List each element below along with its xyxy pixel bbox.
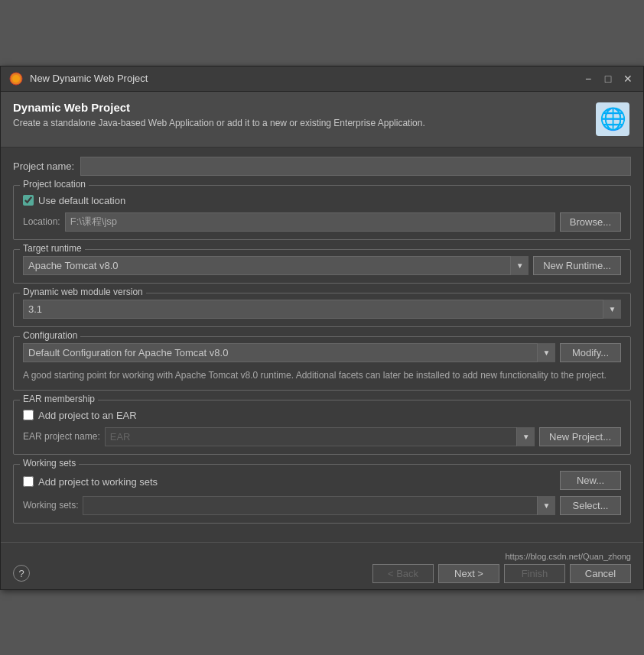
- working-sets-select[interactable]: [83, 496, 555, 515]
- configuration-description: A good starting point for working with A…: [23, 368, 621, 382]
- ear-select[interactable]: EAR: [105, 427, 535, 446]
- use-default-location-row: Use default location: [23, 195, 621, 206]
- dialog-description: Create a standalone Java-based Web Appli…: [13, 117, 585, 130]
- minimize-button[interactable]: −: [581, 71, 596, 86]
- location-row: Location: Browse...: [23, 212, 621, 232]
- project-name-label: Project name:: [13, 161, 74, 172]
- globe-icon: 🌐: [596, 102, 629, 136]
- configuration-section: Configuration Default Configuration for …: [13, 336, 631, 391]
- web-module-version-legend: Dynamic web module version: [20, 287, 146, 297]
- web-module-version-select-wrapper: 3.1 3.0 2.5 2.4 ▼: [23, 300, 621, 319]
- main-window: New Dynamic Web Project − □ ✕ Dynamic We…: [0, 66, 644, 590]
- configuration-legend: Configuration: [20, 330, 80, 341]
- next-button[interactable]: Next >: [438, 564, 499, 583]
- project-name-input[interactable]: [80, 157, 631, 176]
- working-sets-select-wrapper: ▼: [83, 496, 555, 515]
- target-runtime-legend: Target runtime: [20, 243, 85, 254]
- dialog-header: Dynamic Web Project Create a standalone …: [1, 92, 643, 148]
- footer-buttons-row: ? < Back Next > Finish Cancel: [13, 564, 631, 583]
- ear-membership-section: EAR membership Add project to an EAR EAR…: [13, 400, 631, 455]
- finish-button[interactable]: Finish: [504, 564, 565, 583]
- ear-select-wrapper: EAR ▼: [105, 427, 535, 446]
- back-button[interactable]: < Back: [372, 564, 434, 583]
- help-button[interactable]: ?: [13, 565, 30, 582]
- use-default-location-checkbox[interactable]: [23, 195, 34, 206]
- add-to-working-sets-checkbox[interactable]: [23, 476, 34, 487]
- project-location-legend: Project location: [20, 179, 89, 190]
- ear-membership-legend: EAR membership: [20, 394, 98, 404]
- dialog-content: Project name: Project location Use defau…: [1, 148, 643, 542]
- target-runtime-select[interactable]: Apache Tomcat v8.0: [23, 256, 529, 275]
- add-to-ear-label: Add project to an EAR: [38, 410, 137, 421]
- app-icon: [8, 71, 24, 86]
- project-name-row: Project name:: [13, 157, 631, 176]
- modify-button[interactable]: Modify...: [560, 343, 621, 362]
- navigation-buttons: < Back Next > Finish Cancel: [372, 564, 631, 583]
- add-to-ear-checkbox[interactable]: [23, 410, 34, 420]
- ear-project-name-label: EAR project name:: [23, 431, 100, 442]
- location-label: Location:: [23, 216, 60, 227]
- select-working-set-button[interactable]: Select...: [560, 496, 621, 515]
- working-sets-top-row: Add project to working sets New...: [23, 471, 621, 490]
- configuration-row: Default Configuration for Apache Tomcat …: [23, 343, 621, 362]
- location-input[interactable]: [65, 212, 555, 232]
- working-sets-row: Working sets: ▼ Select...: [23, 496, 621, 515]
- add-to-ear-row: Add project to an EAR: [23, 410, 621, 421]
- new-project-button[interactable]: New Project...: [539, 427, 621, 446]
- header-text-area: Dynamic Web Project Create a standalone …: [13, 101, 585, 130]
- target-runtime-select-wrapper: Apache Tomcat v8.0 ▼: [23, 256, 529, 275]
- url-bar: https://blog.csdn.net/Quan_zhong: [13, 549, 631, 564]
- working-sets-section: Working sets Add project to working sets…: [13, 464, 631, 524]
- use-default-location-label: Use default location: [38, 195, 125, 206]
- project-location-section: Project location Use default location Lo…: [13, 185, 631, 240]
- web-module-version-select[interactable]: 3.1 3.0 2.5 2.4: [23, 300, 621, 319]
- dialog-footer: https://blog.csdn.net/Quan_zhong ? < Bac…: [1, 542, 643, 589]
- header-icon-area: 🌐: [594, 101, 631, 138]
- target-runtime-section: Target runtime Apache Tomcat v8.0 ▼ New …: [13, 249, 631, 284]
- svg-point-1: [12, 75, 20, 83]
- cancel-button[interactable]: Cancel: [570, 564, 631, 583]
- window-title: New Dynamic Web Project: [30, 73, 581, 84]
- new-runtime-button[interactable]: New Runtime...: [533, 256, 621, 275]
- new-working-set-button[interactable]: New...: [560, 471, 621, 490]
- title-bar: New Dynamic Web Project − □ ✕: [1, 66, 643, 92]
- configuration-select[interactable]: Default Configuration for Apache Tomcat …: [23, 343, 555, 362]
- add-to-working-sets-row: Add project to working sets: [23, 476, 158, 488]
- working-sets-label: Working sets:: [23, 500, 78, 511]
- window-controls: − □ ✕: [581, 71, 636, 86]
- web-module-version-section: Dynamic web module version 3.1 3.0 2.5 2…: [13, 293, 631, 327]
- target-runtime-row: Apache Tomcat v8.0 ▼ New Runtime...: [23, 256, 621, 275]
- close-button[interactable]: ✕: [620, 71, 636, 86]
- dialog-title: Dynamic Web Project: [13, 101, 585, 114]
- browse-button[interactable]: Browse...: [560, 212, 621, 232]
- configuration-select-wrapper: Default Configuration for Apache Tomcat …: [23, 343, 555, 362]
- maximize-button[interactable]: □: [600, 71, 616, 86]
- working-sets-legend: Working sets: [20, 458, 79, 469]
- add-to-working-sets-label: Add project to working sets: [38, 476, 158, 488]
- ear-project-name-row: EAR project name: EAR ▼ New Project...: [23, 427, 621, 446]
